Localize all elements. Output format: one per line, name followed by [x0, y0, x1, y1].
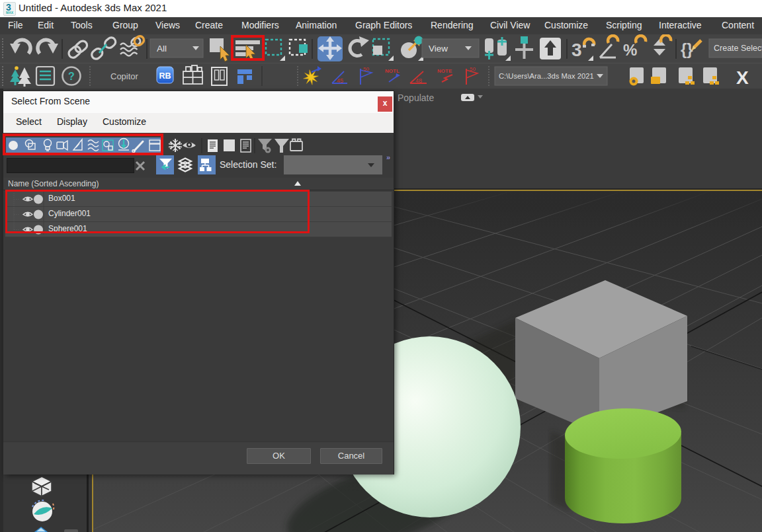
- svg-text:View: View: [429, 44, 448, 54]
- svg-text:45: 45: [337, 77, 343, 84]
- svg-text:All: All: [157, 44, 167, 54]
- svg-text:{}: {}: [681, 40, 693, 58]
- svg-text:X: X: [736, 67, 749, 88]
- svg-text:48: 48: [415, 77, 422, 84]
- svg-text:C:\Users\Ara...3ds Max 2021: C:\Users\Ara...3ds Max 2021: [499, 72, 594, 80]
- svg-text:3: 3: [572, 40, 582, 60]
- svg-text:NOTE: NOTE: [437, 68, 452, 74]
- svg-text:?: ?: [68, 71, 75, 82]
- svg-text:Copitor: Copitor: [110, 71, 139, 81]
- svg-text:NOTL: NOTL: [385, 68, 400, 74]
- svg-text:50: 50: [470, 66, 476, 72]
- svg-text:50: 50: [363, 66, 369, 72]
- svg-text:%: %: [623, 41, 637, 59]
- svg-text:Create Selecti: Create Selecti: [714, 44, 762, 53]
- svg-text:RB: RB: [159, 71, 171, 81]
